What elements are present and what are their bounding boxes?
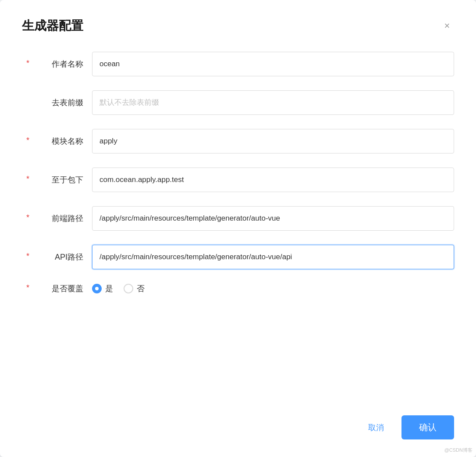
module-name-label: 模块名称 xyxy=(22,136,92,146)
overwrite-yes-option[interactable]: 是 xyxy=(92,283,113,294)
overwrite-yes-radio[interactable] xyxy=(92,284,102,293)
overwrite-radio-group: 是 否 xyxy=(92,283,145,294)
table-prefix-input[interactable] xyxy=(92,90,454,115)
overwrite-row: 是否覆盖 是 否 xyxy=(22,283,454,294)
generator-config-dialog: 生成器配置 × 作者名称 去表前缀 模块名称 至于包下 前端路径 API路径 是… xyxy=(0,0,476,457)
module-name-input[interactable] xyxy=(92,129,454,154)
close-button[interactable]: × xyxy=(440,19,454,33)
frontend-path-input[interactable] xyxy=(92,206,454,231)
table-prefix-row: 去表前缀 xyxy=(22,90,454,115)
table-prefix-label: 去表前缀 xyxy=(22,97,92,108)
api-path-row: API路径 xyxy=(22,245,454,269)
dialog-footer: 取消 确认 xyxy=(359,415,454,439)
dialog-title: 生成器配置 xyxy=(22,18,83,34)
overwrite-no-radio[interactable] xyxy=(124,284,133,293)
cancel-button[interactable]: 取消 xyxy=(359,418,393,437)
module-name-row: 模块名称 xyxy=(22,129,454,154)
author-label: 作者名称 xyxy=(22,59,92,69)
package-input[interactable] xyxy=(92,168,454,192)
frontend-path-label: 前端路径 xyxy=(22,213,92,224)
api-path-input[interactable] xyxy=(92,245,454,269)
overwrite-label: 是否覆盖 xyxy=(22,283,92,294)
dialog-header: 生成器配置 × xyxy=(22,18,454,34)
overwrite-no-label: 否 xyxy=(137,283,145,294)
author-input[interactable] xyxy=(92,52,454,76)
package-row: 至于包下 xyxy=(22,168,454,192)
author-row: 作者名称 xyxy=(22,52,454,76)
overwrite-yes-label: 是 xyxy=(105,283,113,294)
package-label: 至于包下 xyxy=(22,175,92,185)
frontend-path-row: 前端路径 xyxy=(22,206,454,231)
confirm-button[interactable]: 确认 xyxy=(401,415,454,439)
watermark: @CSDN博客 xyxy=(444,447,472,453)
overwrite-no-option[interactable]: 否 xyxy=(124,283,145,294)
api-path-label: API路径 xyxy=(22,252,92,262)
